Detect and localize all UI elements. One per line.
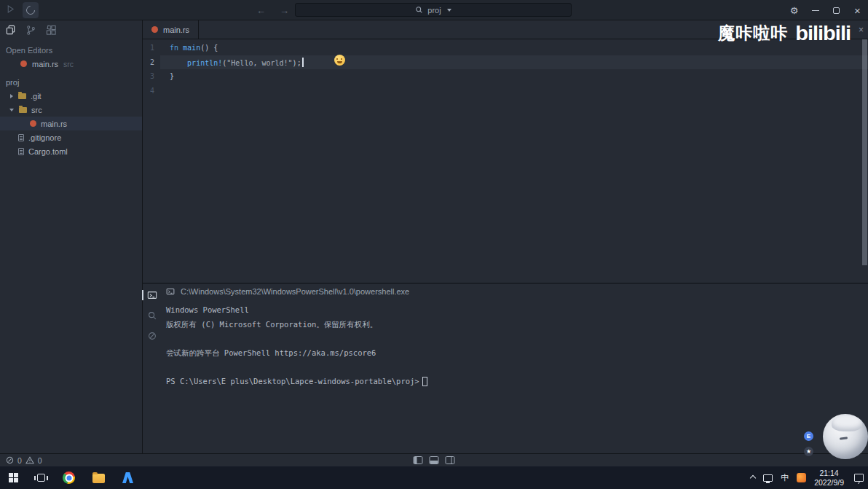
tray-ime-indicator[interactable]: 中 xyxy=(781,472,789,483)
terminal-line xyxy=(166,332,868,346)
code-line[interactable]: 1 fn main() { xyxy=(143,41,868,55)
file-explorer-icon[interactable] xyxy=(92,474,105,483)
start-button[interactable] xyxy=(9,473,18,482)
file-icon xyxy=(18,148,24,155)
open-editor-item[interactable]: main.rs src xyxy=(0,57,142,71)
lapce-taskbar-icon[interactable] xyxy=(122,472,133,483)
statusbar: 0 0 xyxy=(0,453,868,466)
action-center-icon[interactable] xyxy=(854,474,864,482)
terminal-line: 版权所有 (C) Microsoft Corporation。保留所有权利。 xyxy=(166,318,868,332)
settings-gear-button[interactable]: ⚙ xyxy=(784,0,805,20)
terminal-line xyxy=(166,360,868,375)
chrome-icon[interactable] xyxy=(63,472,75,484)
folder-icon xyxy=(19,107,27,113)
titlebar-logos xyxy=(0,2,39,18)
workspace-name: proj xyxy=(427,6,441,15)
chevron-down-icon xyxy=(9,109,14,112)
open-editor-folder: src xyxy=(63,60,74,69)
windows-logo-icon xyxy=(9,473,18,482)
forward-button[interactable]: → xyxy=(277,0,292,20)
terminal-line: 尝试新的跨平台 PowerShell https://aka.ms/pscore… xyxy=(166,346,868,361)
toggle-bottom-panel-icon[interactable] xyxy=(430,456,439,464)
tree-item-cargo-toml[interactable]: Cargo.toml xyxy=(0,144,142,158)
terminal-prompt: PS C:\Users\E plus\Desktop\Lapce-windows… xyxy=(166,375,419,389)
code-content: } xyxy=(170,72,174,80)
error-icon xyxy=(6,456,14,464)
tray-display-icon[interactable] xyxy=(763,474,773,482)
explorer-icon[interactable] xyxy=(5,25,16,36)
editor-close-icon[interactable]: × xyxy=(859,20,864,39)
terminal-tab-icon xyxy=(166,287,175,296)
tray-app-icon[interactable] xyxy=(797,473,806,482)
tree-item-main-rs[interactable]: main.rs xyxy=(0,117,142,130)
tree-item-src[interactable]: src xyxy=(0,103,142,117)
editor-scrollbar[interactable] xyxy=(862,39,867,265)
terminal-output[interactable]: Windows PowerShell 版权所有 (C) Microsoft Co… xyxy=(162,300,868,389)
maximize-button[interactable] xyxy=(826,0,847,20)
app-logo-icon xyxy=(25,4,37,16)
file-icon xyxy=(18,134,24,141)
folder-icon xyxy=(18,93,26,99)
close-button[interactable]: × xyxy=(847,0,868,20)
app-menu-button[interactable] xyxy=(23,2,39,18)
tree-item-git[interactable]: .git xyxy=(0,89,142,103)
toggle-right-panel-icon[interactable] xyxy=(446,456,455,464)
tray-expand-icon[interactable] xyxy=(750,474,756,480)
taskbar-clock[interactable]: 21:14 2022/9/9 xyxy=(814,469,844,487)
tab-main-rs[interactable]: main.rs xyxy=(143,20,199,39)
terminal-cursor xyxy=(422,377,427,386)
app-window: ← → proj ⚙ × Open Editors main.rs xyxy=(0,0,868,489)
terminal-panel: C:\Windows\System32\WindowsPowerShell\v1… xyxy=(143,283,868,453)
code-line-active[interactable]: 2 println!("Hello, world!"); xyxy=(143,55,868,70)
code-content: fn main() { xyxy=(170,44,218,52)
code-editor[interactable]: 1 fn main() { 2 println!("Hello, world!"… xyxy=(143,39,868,283)
code-content: println!("Hello, world!"); xyxy=(170,58,304,67)
workbench: Open Editors main.rs src proj .git src m… xyxy=(0,20,868,453)
terminal-line: Windows PowerShell xyxy=(166,303,868,318)
search-icon xyxy=(415,6,423,14)
terminal-tab-path: C:\Windows\System32\WindowsPowerShell\v1… xyxy=(181,287,409,296)
chevron-right-icon xyxy=(10,94,13,98)
tab-label: main.rs xyxy=(163,26,189,34)
source-control-icon[interactable] xyxy=(25,25,36,36)
window-controls: ⚙ × xyxy=(784,0,868,20)
terminal-main: C:\Windows\System32\WindowsPowerShell\v1… xyxy=(162,283,868,453)
panel-icon-strip xyxy=(143,283,162,453)
taskbar-apps xyxy=(37,472,133,484)
lapce-logo-icon xyxy=(6,4,15,15)
line-number: 3 xyxy=(143,72,160,80)
titlebar: ← → proj ⚙ × xyxy=(0,0,868,20)
extensions-icon[interactable] xyxy=(46,25,57,36)
clock-date: 2022/9/9 xyxy=(814,478,844,488)
open-editor-name: main.rs xyxy=(32,60,58,69)
toggle-left-panel-icon[interactable] xyxy=(414,456,423,464)
text-cursor xyxy=(302,58,304,67)
back-button[interactable]: ← xyxy=(253,0,269,20)
terminal-icon[interactable] xyxy=(147,290,157,300)
terminal-prompt-line: PS C:\Users\E plus\Desktop\Lapce-windows… xyxy=(166,375,868,389)
chevron-down-icon xyxy=(447,9,451,12)
workspace-search[interactable]: proj xyxy=(295,3,572,17)
rust-file-icon xyxy=(151,26,158,33)
minimize-icon xyxy=(812,10,819,11)
line-number: 2 xyxy=(143,58,160,66)
tabbar: main.rs × xyxy=(143,20,868,39)
code-line[interactable]: 4 xyxy=(143,84,868,98)
line-number: 4 xyxy=(143,87,160,95)
warning-count: 0 xyxy=(38,456,42,465)
minimize-button[interactable] xyxy=(805,0,826,20)
open-editors-header[interactable]: Open Editors xyxy=(6,46,142,55)
task-view-icon[interactable] xyxy=(37,474,45,482)
search-panel-icon[interactable] xyxy=(147,310,157,321)
code-line[interactable]: 3 } xyxy=(143,69,868,84)
windows-taskbar: 中 21:14 2022/9/9 xyxy=(0,466,868,489)
tree-item-gitignore[interactable]: .gitignore xyxy=(0,130,142,144)
line-number: 1 xyxy=(143,44,160,52)
problems-summary[interactable]: 0 0 xyxy=(6,456,42,465)
project-root-label[interactable]: proj xyxy=(6,78,142,87)
terminal-tab[interactable]: C:\Windows\System32\WindowsPowerShell\v1… xyxy=(162,283,868,300)
error-count: 0 xyxy=(17,456,22,465)
smiley-emoji-icon xyxy=(334,55,345,66)
problems-icon[interactable] xyxy=(147,331,157,341)
maximize-icon xyxy=(833,7,840,14)
